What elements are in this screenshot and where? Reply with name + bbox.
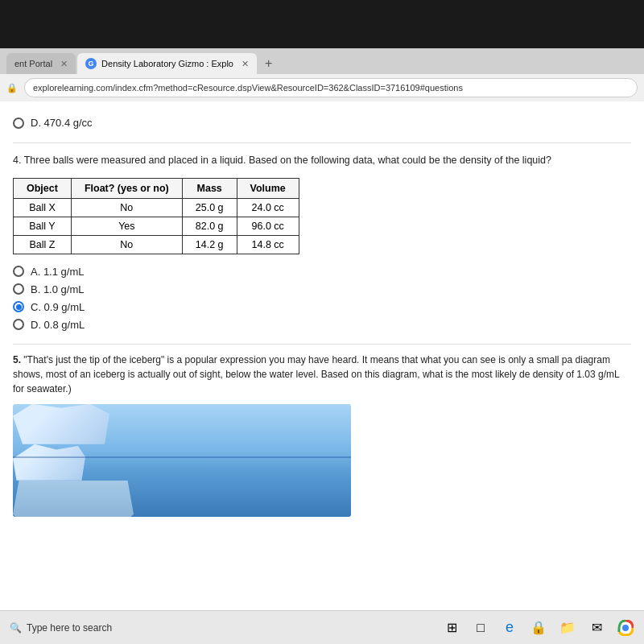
taskbar-search-area: 🔍 Type here to search	[10, 622, 112, 634]
table-row: Ball XNo25.0 g24.0 cc	[14, 198, 299, 217]
chrome-icon[interactable]	[617, 619, 634, 637]
taskbar: 🔍 Type here to search ⊞ □ e 🔒 📁 ✉	[0, 610, 644, 644]
search-icon: 🔍	[10, 622, 22, 634]
cell-r2-c0: Ball Z	[14, 235, 72, 254]
task-view-icon[interactable]: □	[472, 619, 489, 637]
cell-r1-c0: Ball Y	[14, 217, 72, 235]
option-d-prev: D. 470.4 g/cc	[13, 117, 631, 129]
iceberg-below-left	[13, 481, 134, 517]
col-header-volume: Volume	[237, 178, 299, 198]
lock-icon: 🔒	[6, 83, 18, 93]
cell-r1-c1: Yes	[71, 217, 182, 235]
table-row: Ball ZNo14.2 g14.8 cc	[14, 235, 299, 254]
prev-answer-option-d: D. 470.4 g/cc	[13, 117, 631, 143]
taskbar-icons: ⊞ □ e 🔒 📁 ✉	[443, 619, 634, 637]
radio-c[interactable]	[13, 301, 24, 312]
cell-r2-c1: No	[71, 235, 182, 254]
new-tab-button[interactable]: +	[258, 53, 279, 74]
radio-d-prev[interactable]	[13, 118, 24, 129]
option-d[interactable]: D. 0.8 g/mL	[13, 319, 631, 331]
radio-b[interactable]	[13, 283, 24, 295]
tab-gizmo[interactable]: G Density Laboratory Gizmo : Explo ✕	[77, 53, 257, 74]
option-a-label: A. 1.1 g/mL	[31, 266, 84, 278]
col-header-float: Float? (yes or no)	[71, 178, 182, 198]
option-d-prev-label: D. 470.4 g/cc	[31, 117, 93, 129]
waterline	[13, 456, 351, 458]
question-5: 5. "That's just the tip of the iceberg" …	[13, 344, 631, 517]
table-row: Ball YYes82.0 g96.0 cc	[14, 217, 299, 235]
cell-r2-c3: 14.8 cc	[237, 235, 299, 254]
tab-gizmo-close[interactable]: ✕	[242, 59, 249, 69]
tab-portal[interactable]: ent Portal ✕	[6, 53, 76, 74]
cell-r2-c2: 14.2 g	[182, 235, 237, 254]
radio-d[interactable]	[13, 319, 24, 330]
question-5-number: 5.	[13, 354, 21, 365]
option-b[interactable]: B. 1.0 g/mL	[13, 283, 631, 295]
folder-icon[interactable]: 📁	[559, 619, 576, 637]
tab-gizmo-icon: G	[85, 58, 97, 69]
col-header-mass: Mass	[182, 178, 237, 198]
question-5-body: "That's just the tip of the iceberg" is …	[13, 354, 619, 394]
col-header-object: Object	[14, 178, 72, 198]
data-table: Object Float? (yes or no) Mass Volume Ba…	[13, 178, 299, 254]
iceberg-above-left	[13, 404, 109, 444]
address-text: explorelearning.com/index.cfm?method=cRe…	[33, 83, 463, 93]
edge-icon[interactable]: e	[501, 619, 518, 637]
option-b-label: B. 1.0 g/mL	[31, 283, 84, 295]
browser-chrome: ent Portal ✕ G Density Laboratory Gizmo …	[0, 48, 644, 101]
tab-portal-close[interactable]: ✕	[60, 59, 68, 69]
cell-r1-c3: 96.0 cc	[237, 217, 299, 235]
radio-inner-c	[16, 304, 22, 310]
tab-portal-label: ent Portal	[14, 59, 52, 68]
content-area: D. 470.4 g/cc 4. Three balls were measur…	[0, 101, 644, 610]
option-a[interactable]: A. 1.1 g/mL	[13, 266, 631, 278]
tab-gizmo-label: Density Laboratory Gizmo : Explo	[101, 59, 233, 68]
tab-bar: ent Portal ✕ G Density Laboratory Gizmo …	[0, 48, 644, 74]
table-header-row: Object Float? (yes or no) Mass Volume	[14, 178, 299, 198]
options-question-4: A. 1.1 g/mLB. 1.0 g/mLC. 0.9 g/mLD. 0.8 …	[13, 266, 631, 331]
cell-r0-c1: No	[71, 198, 182, 217]
radio-a[interactable]	[13, 266, 24, 277]
lock-taskbar-icon[interactable]: 🔒	[530, 619, 547, 637]
cell-r1-c2: 82.0 g	[182, 217, 237, 235]
windows-icon[interactable]: ⊞	[443, 619, 460, 637]
cell-r0-c2: 25.0 g	[182, 198, 237, 217]
top-bezel	[0, 0, 644, 48]
option-c[interactable]: C. 0.9 g/mL	[13, 301, 631, 313]
cell-r0-c3: 24.0 cc	[237, 198, 299, 217]
option-c-label: C. 0.9 g/mL	[31, 301, 85, 313]
question-4-number: 4.	[13, 155, 21, 166]
mail-icon[interactable]: ✉	[588, 619, 605, 637]
address-input[interactable]: explorelearning.com/index.cfm?method=cRe…	[24, 78, 638, 97]
option-d-label: D. 0.8 g/mL	[31, 319, 85, 331]
iceberg-above-right	[13, 444, 85, 481]
question-5-text: 5. "That's just the tip of the iceberg" …	[13, 353, 631, 396]
search-label: Type here to search	[27, 622, 112, 634]
question-4-text: Three balls were measured and placed in …	[24, 155, 551, 166]
svg-point-1	[622, 625, 629, 631]
address-bar: 🔒 explorelearning.com/index.cfm?method=c…	[0, 74, 644, 101]
iceberg-image	[13, 404, 351, 517]
cell-r0-c0: Ball X	[14, 198, 72, 217]
question-4: 4. Three balls were measured and placed …	[13, 153, 631, 168]
